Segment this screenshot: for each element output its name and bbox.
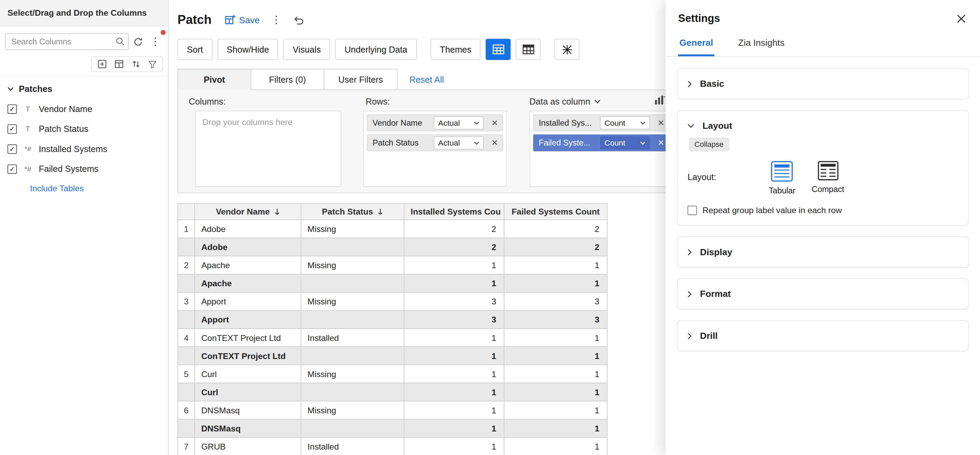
status-cell[interactable]: Installed (301, 437, 404, 455)
rows-dropzone[interactable]: Vendor Name Actual ✕ Patch Status Actual… (363, 111, 507, 187)
installed-count-cell[interactable]: 2 (404, 220, 504, 238)
section-format-header[interactable]: Format (687, 289, 958, 299)
underlying-data-button[interactable]: Underlying Data (335, 38, 417, 60)
tab-general[interactable]: General (678, 32, 714, 56)
sort-columns-icon[interactable] (129, 59, 143, 69)
table-summary-row[interactable]: Adobe 2 2 (178, 238, 607, 256)
sort-button[interactable]: Sort (178, 38, 212, 60)
close-icon[interactable] (956, 14, 966, 24)
table-row[interactable]: 1 Adobe Missing 2 2 (178, 220, 607, 238)
remove-chip-icon[interactable]: ✕ (487, 138, 503, 148)
checkbox-checked[interactable]: ✓ (8, 104, 17, 113)
table-summary-row[interactable]: ConTEXT Project Ltd 1 1 (178, 347, 607, 365)
failed-count-cell[interactable]: 1 (504, 256, 607, 274)
failed-count-cell[interactable]: 3 (504, 293, 607, 310)
show-hide-button[interactable]: Show/Hide (217, 38, 278, 60)
data-dropzone[interactable]: Installed Sys... Count ✕ Failed Syste...… (529, 111, 673, 187)
table-view-icon[interactable] (112, 59, 126, 69)
section-display-header[interactable]: Display (687, 247, 958, 257)
sort-desc-icon[interactable] (377, 208, 383, 216)
failed-systems-header[interactable]: Failed Systems Count (504, 204, 607, 220)
table-row[interactable]: 5 Curl Missing 1 1 (178, 365, 607, 383)
search-input[interactable] (5, 33, 129, 50)
table-row[interactable]: 2 Apache Missing 1 1 (178, 256, 607, 274)
table-summary-row[interactable]: Apport 3 3 (178, 310, 607, 329)
tab-zia-insights[interactable]: Zia Insights (737, 32, 786, 56)
table-row[interactable]: 4 ConTEXT Project Ltd Installed 1 1 (178, 329, 607, 347)
failed-count-cell[interactable]: 1 (504, 329, 607, 347)
failed-count-cell[interactable]: 2 (504, 220, 607, 238)
aggregate-select[interactable]: Actual (434, 136, 484, 149)
checkbox-unchecked[interactable] (687, 206, 697, 215)
status-cell[interactable]: Missing (301, 401, 404, 419)
vendor-cell[interactable]: Apport (195, 293, 301, 310)
status-cell[interactable]: Missing (301, 256, 404, 274)
vendor-cell[interactable]: ConTEXT Project Ltd (195, 329, 301, 347)
field-item-installed-systems[interactable]: ✓ *# Installed Systems (8, 139, 162, 159)
table-summary-row[interactable]: Apache 1 1 (178, 274, 607, 293)
vendor-cell[interactable]: GRUB (195, 437, 301, 455)
tabular-view-button[interactable] (486, 38, 511, 60)
checkbox-checked[interactable]: ✓ (8, 124, 17, 133)
status-cell[interactable]: Installed (301, 329, 404, 347)
patch-status-header[interactable]: Patch Status (301, 204, 404, 220)
failed-count-cell[interactable]: 1 (504, 401, 607, 419)
data-as-column-dropdown[interactable]: Data as column (529, 96, 601, 106)
row-chip-patch-status[interactable]: Patch Status Actual ✕ (367, 135, 503, 151)
field-item-patch-status[interactable]: ✓ T Patch Status (8, 119, 162, 139)
section-drill-header[interactable]: Drill (687, 331, 958, 340)
vendor-cell[interactable]: DNSMasq (195, 401, 301, 419)
more-options-icon[interactable]: ⋮ (268, 13, 284, 26)
vendor-cell[interactable]: Adobe (195, 220, 301, 238)
tab-filters[interactable]: Filters (0) (251, 68, 325, 90)
tree-group-patches[interactable]: Patches (8, 82, 162, 99)
undo-icon[interactable] (293, 15, 304, 25)
aggregate-select[interactable]: Actual (434, 116, 484, 129)
installed-count-cell[interactable]: 1 (404, 437, 504, 455)
refresh-icon[interactable] (133, 37, 143, 46)
failed-count-cell[interactable]: 1 (504, 437, 607, 455)
add-table-icon[interactable] (95, 59, 109, 69)
aggregate-select[interactable]: Count (600, 116, 650, 129)
installed-count-cell[interactable]: 1 (404, 401, 504, 419)
themes-button[interactable]: Themes (431, 38, 481, 60)
vendor-cell[interactable]: Apache (195, 256, 301, 274)
aggregate-select[interactable]: Count (600, 136, 650, 149)
data-chip-installed-systems[interactable]: Installed Sys... Count ✕ (533, 115, 669, 131)
checkbox-checked[interactable]: ✓ (8, 144, 17, 153)
installed-count-cell[interactable]: 1 (404, 256, 504, 274)
table-row[interactable]: 7 GRUB Installed 1 1 (178, 437, 607, 455)
filter-icon[interactable] (145, 59, 159, 69)
table-row[interactable]: 3 Apport Missing 3 3 (178, 293, 607, 310)
section-layout-header[interactable]: Layout (687, 121, 958, 130)
row-chip-vendor-name[interactable]: Vendor Name Actual ✕ (367, 115, 503, 131)
save-button[interactable]: Save (225, 14, 260, 25)
sidebar-menu-icon[interactable]: ⋮ (148, 35, 163, 48)
layout-option-tabular[interactable]: Tabular (768, 161, 795, 195)
search-columns-box[interactable] (5, 33, 129, 50)
table-row[interactable]: 6 DNSMasq Missing 1 1 (178, 401, 607, 419)
chart-settings-icon[interactable] (654, 95, 665, 105)
status-cell[interactable]: Missing (301, 365, 404, 383)
tab-user-filters[interactable]: User Filters (324, 68, 398, 90)
reset-all-link[interactable]: Reset All (409, 75, 444, 84)
section-basic-header[interactable]: Basic (687, 79, 958, 89)
status-cell[interactable]: Missing (301, 293, 404, 310)
checkbox-checked[interactable]: ✓ (8, 164, 17, 173)
field-item-failed-systems[interactable]: ✓ *# Failed Systems (8, 159, 162, 179)
data-chip-failed-systems[interactable]: Failed Syste... Count ✕ (533, 135, 669, 151)
installed-systems-header[interactable]: Installed Systems Cou (404, 204, 504, 220)
installed-count-cell[interactable]: 1 (404, 365, 504, 383)
field-item-vendor-name[interactable]: ✓ T Vendor Name (8, 99, 162, 119)
failed-count-cell[interactable]: 1 (504, 365, 607, 383)
autofit-button[interactable] (555, 38, 579, 60)
vendor-cell[interactable]: Curl (195, 365, 301, 383)
installed-count-cell[interactable]: 1 (404, 329, 504, 347)
visuals-button[interactable]: Visuals (283, 38, 330, 60)
installed-count-cell[interactable]: 3 (404, 293, 504, 310)
vendor-name-header[interactable]: Vendor Name (195, 204, 301, 220)
tab-pivot[interactable]: Pivot (178, 68, 251, 90)
layout-option-compact[interactable]: Compact (812, 161, 844, 195)
sort-desc-icon[interactable] (274, 208, 280, 216)
columns-dropzone[interactable]: Drop your columns here (195, 111, 341, 187)
